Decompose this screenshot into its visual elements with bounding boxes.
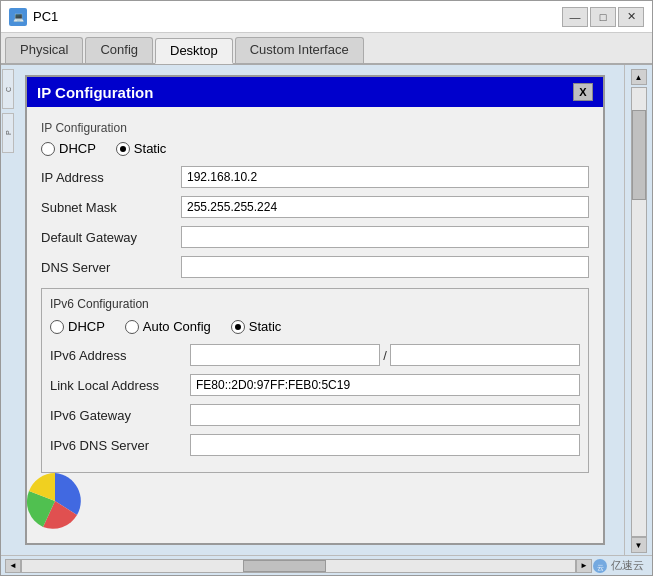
ipv6-gateway-row: IPv6 Gateway: [50, 404, 580, 426]
subnet-mask-input[interactable]: [181, 196, 589, 218]
ipv4-section-label: IP Configuration: [41, 121, 589, 135]
scroll-up-button[interactable]: ▲: [631, 69, 647, 85]
ip-address-row: IP Address: [41, 166, 589, 188]
ipv4-static-radio[interactable]: [116, 142, 130, 156]
left-icon-2: P: [2, 113, 14, 153]
ipv6-gateway-label: IPv6 Gateway: [50, 408, 190, 423]
dialog-close-button[interactable]: X: [573, 83, 593, 101]
ipv6-section-label: IPv6 Configuration: [50, 297, 580, 311]
maximize-button[interactable]: □: [590, 7, 616, 27]
main-window: 💻 PC1 — □ ✕ Physical Config Desktop Cust…: [0, 0, 653, 576]
ipv4-dhcp-radio[interactable]: [41, 142, 55, 156]
dialog-body: IP Configuration DHCP Static: [27, 107, 603, 543]
dns-server-row: DNS Server: [41, 256, 589, 278]
ip-config-dialog: IP Configuration X IP Configuration DHCP: [25, 75, 605, 545]
right-scrollbar: ▲ ▼: [624, 65, 652, 555]
h-scroll-track[interactable]: [21, 559, 576, 573]
ipv4-radio-row: DHCP Static: [41, 141, 589, 156]
tab-config[interactable]: Config: [85, 37, 153, 63]
default-gateway-input[interactable]: [181, 226, 589, 248]
dns-server-label: DNS Server: [41, 260, 181, 275]
ipv4-dhcp-option[interactable]: DHCP: [41, 141, 96, 156]
ipv6-prefix-input[interactable]: [390, 344, 580, 366]
dialog-title-bar: IP Configuration X: [27, 77, 603, 107]
ipv6-radio-row: DHCP Auto Config Static: [50, 319, 580, 334]
default-gateway-label: Default Gateway: [41, 230, 181, 245]
tab-custom-interface[interactable]: Custom Interface: [235, 37, 364, 63]
ipv6-address-input-group: /: [190, 344, 580, 366]
ipv4-static-label: Static: [134, 141, 167, 156]
default-gateway-row: Default Gateway: [41, 226, 589, 248]
scroll-down-button[interactable]: ▼: [631, 537, 647, 553]
close-button[interactable]: ✕: [618, 7, 644, 27]
left-icon-1: C: [2, 69, 14, 109]
scroll-right-button[interactable]: ►: [576, 559, 592, 573]
pie-chart-icon: [25, 471, 85, 531]
ipv6-section: IPv6 Configuration DHCP Auto Config: [41, 288, 589, 473]
content-area: C P IP Configuration X IP Configuration: [1, 65, 652, 555]
subnet-mask-row: Subnet Mask: [41, 196, 589, 218]
tab-physical[interactable]: Physical: [5, 37, 83, 63]
subnet-mask-label: Subnet Mask: [41, 200, 181, 215]
ipv6-dhcp-label: DHCP: [68, 319, 105, 334]
scroll-left-button[interactable]: ◄: [5, 559, 21, 573]
ipv6-static-option[interactable]: Static: [231, 319, 282, 334]
ipv4-dhcp-label: DHCP: [59, 141, 96, 156]
link-local-input[interactable]: [190, 374, 580, 396]
ipv4-static-option[interactable]: Static: [116, 141, 167, 156]
watermark: 云 亿速云: [592, 558, 648, 574]
ipv6-gateway-input[interactable]: [190, 404, 580, 426]
left-sidebar: C P: [1, 65, 15, 555]
ip-address-label: IP Address: [41, 170, 181, 185]
bottom-spacer: [41, 473, 589, 533]
slash-separator: /: [380, 348, 390, 363]
dns-server-input[interactable]: [181, 256, 589, 278]
ipv6-auto-label: Auto Config: [143, 319, 211, 334]
ipv6-dns-label: IPv6 DNS Server: [50, 438, 190, 453]
window-controls: — □ ✕: [562, 7, 644, 27]
window-title: PC1: [33, 9, 556, 24]
minimize-button[interactable]: —: [562, 7, 588, 27]
window-icon: 💻: [9, 8, 27, 26]
ipv6-dhcp-option[interactable]: DHCP: [50, 319, 105, 334]
ipv6-dns-row: IPv6 DNS Server: [50, 434, 580, 456]
tab-desktop[interactable]: Desktop: [155, 38, 233, 64]
ipv6-static-label: Static: [249, 319, 282, 334]
ipv6-dns-input[interactable]: [190, 434, 580, 456]
ipv6-address-input[interactable]: [190, 344, 380, 366]
ipv6-address-label: IPv6 Address: [50, 348, 190, 363]
svg-text:云: 云: [597, 564, 604, 571]
scrollbar-thumb: [632, 110, 646, 200]
h-scroll-thumb: [243, 560, 326, 572]
link-local-label: Link Local Address: [50, 378, 190, 393]
ip-address-input[interactable]: [181, 166, 589, 188]
link-local-row: Link Local Address: [50, 374, 580, 396]
title-bar: 💻 PC1 — □ ✕: [1, 1, 652, 33]
ipv6-dhcp-radio[interactable]: [50, 320, 64, 334]
watermark-text: 亿速云: [611, 558, 644, 573]
thumbnail-area: [25, 471, 105, 531]
tab-bar: Physical Config Desktop Custom Interface: [1, 33, 652, 65]
ipv6-auto-option[interactable]: Auto Config: [125, 319, 211, 334]
scrollbar-track[interactable]: [631, 87, 647, 537]
watermark-icon: 云: [592, 558, 608, 574]
ipv6-static-radio[interactable]: [231, 320, 245, 334]
ipv6-address-row: IPv6 Address /: [50, 344, 580, 366]
ipv6-auto-radio[interactable]: [125, 320, 139, 334]
bottom-scrollbar: ◄ ► 云 亿速云: [1, 555, 652, 575]
main-panel: IP Configuration X IP Configuration DHCP: [15, 65, 624, 555]
dialog-title: IP Configuration: [37, 84, 153, 101]
